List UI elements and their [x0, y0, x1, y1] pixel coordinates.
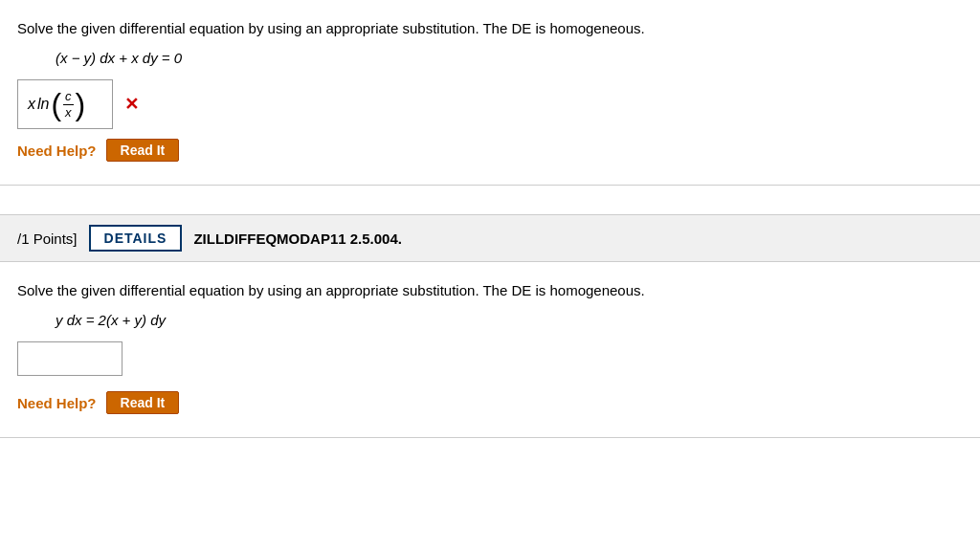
- close-paren: ): [76, 89, 86, 120]
- problem-text-1: Solve the given differential equation by…: [17, 17, 963, 40]
- points-label: /1 Points]: [17, 231, 78, 247]
- need-help-label-1: Need Help?: [17, 143, 97, 159]
- read-it-button-2[interactable]: Read It: [106, 391, 180, 414]
- incorrect-mark: ✕: [124, 94, 139, 115]
- equation-2: y dx = 2(x + y) dy: [56, 312, 963, 328]
- open-paren: (: [51, 89, 61, 120]
- formula-ln: ln: [37, 96, 49, 113]
- need-help-row-1: Need Help? Read It: [17, 139, 963, 162]
- answer-input-2[interactable]: [17, 341, 122, 376]
- read-it-button-1[interactable]: Read It: [106, 139, 180, 162]
- formula-x: x: [28, 96, 35, 113]
- fraction-denominator: x: [63, 105, 74, 121]
- section-2: Solve the given differential equation by…: [0, 262, 980, 438]
- spacer: [0, 186, 980, 214]
- section-2-header: /1 Points] DETAILS ZILLDIFFEQMODAP11 2.5…: [0, 214, 980, 262]
- fraction: c x: [63, 89, 74, 120]
- answer-container-1: x ln ( c x ) ✕: [17, 79, 963, 129]
- problem-text-2: Solve the given differential equation by…: [17, 279, 963, 302]
- equation-1: (x − y) dx + x dy = 0: [56, 50, 963, 66]
- need-help-label-2: Need Help?: [17, 395, 97, 411]
- section-1: Solve the given differential equation by…: [0, 0, 980, 186]
- formula-display-1: x ln ( c x ): [17, 79, 113, 129]
- need-help-row-2: Need Help? Read It: [17, 391, 963, 414]
- fraction-numerator: c: [63, 89, 74, 105]
- problem-id: ZILLDIFFEQMODAP11 2.5.004.: [193, 231, 402, 247]
- details-button[interactable]: DETAILS: [89, 225, 183, 252]
